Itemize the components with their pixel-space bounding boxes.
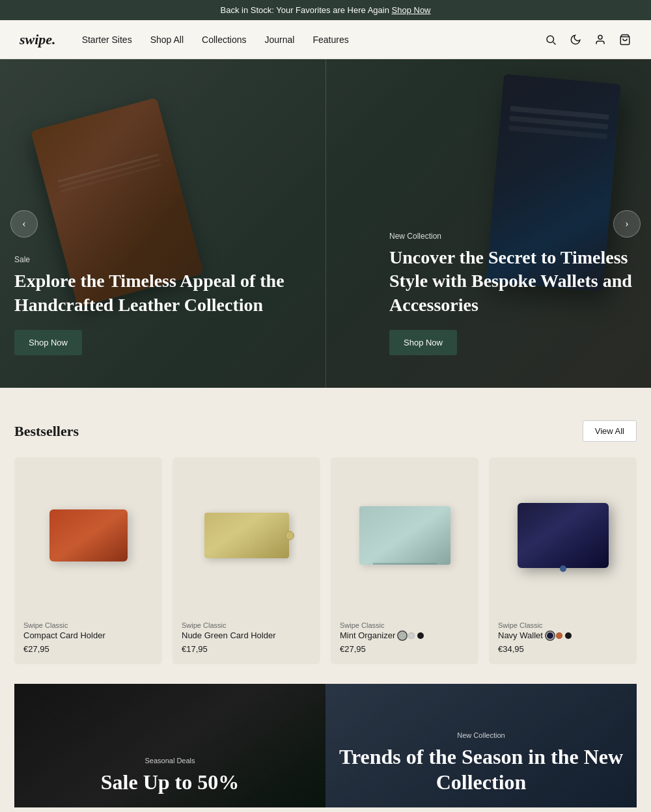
product-name: Nude Green Card Holder [182,630,311,640]
announcement-link[interactable]: Shop Now [392,5,431,15]
product-card[interactable]: Swipe Classic Mint Organizer €27,95 [331,457,478,664]
color-dot[interactable] [408,632,415,639]
promo-content-left: Seasonal Deals Sale Up to 50% [27,757,312,794]
promo-label: New Collection [339,731,624,739]
product-brand: Swipe Classic [182,621,311,629]
announcement-text: Back in Stock: Your Favorites are Here A… [220,5,391,15]
product-grid: Swipe Classic Compact Card Holder €27,95… [14,457,637,664]
cart-icon[interactable] [618,33,631,46]
product-info: Swipe Classic Nude Green Card Holder €17… [173,614,320,664]
product-brand: Swipe Classic [23,621,153,629]
nav-journal[interactable]: Journal [265,34,295,45]
svg-point-0 [547,36,554,43]
color-swatches [547,632,572,639]
product-name: Mint Organizer [340,630,469,640]
hero-left-badge: Sale [14,255,288,264]
product-card[interactable]: Swipe Classic Compact Card Holder €27,95 [14,457,162,664]
carousel-next-button[interactable]: › [613,210,641,237]
product-info: Swipe Classic Navy Wallet €34,95 [489,614,637,664]
search-icon[interactable] [544,33,557,46]
product-info: Swipe Classic Compact Card Holder €27,95 [14,614,162,664]
nav-shop-all[interactable]: Shop All [150,34,184,45]
product-wallet-image [49,509,128,562]
hero-right-panel: New Collection Uncover the Secret to Tim… [389,232,637,355]
color-dot[interactable] [565,632,572,639]
chevron-left-icon: ‹ [22,218,25,230]
account-icon[interactable] [594,33,607,46]
nav-starter-sites[interactable]: Starter Sites [82,34,132,45]
svg-point-2 [598,35,602,39]
bestsellers-header: Bestsellers View All [14,420,637,442]
chevron-right-icon: › [625,218,628,230]
product-image-area [173,457,320,614]
promo-content-right: New Collection Trends of the Season in t… [339,731,624,794]
product-image-area [14,457,162,614]
color-dot[interactable] [417,632,424,639]
promo-title: Sale Up to 50% [27,770,312,794]
hero-left-panel: Sale Explore the Timeless Appeal of the … [14,255,288,355]
promo-label: Seasonal Deals [27,757,312,765]
announcement-bar: Back in Stock: Your Favorites are Here A… [0,0,651,20]
carousel-prev-button[interactable]: ‹ [10,210,38,237]
bestsellers-section: Bestsellers View All Swipe Classic Compa… [0,388,651,812]
bestsellers-title: Bestsellers [14,423,79,440]
dark-mode-icon[interactable] [569,33,582,46]
logo[interactable]: swipe. [20,31,56,48]
hero-right-shop-now-button[interactable]: Shop Now [389,330,457,355]
color-dot[interactable] [556,632,562,639]
product-wallet-image [204,513,289,558]
svg-line-1 [553,42,556,44]
product-wallet-image [359,506,450,565]
color-swatches [399,632,424,639]
product-image-area [331,457,478,614]
product-price: €17,95 [182,644,311,654]
color-dot[interactable] [547,632,553,639]
hero-divider [326,59,326,388]
hero-right-title: Uncover the Secret to Timeless Style wit… [389,246,637,317]
hero-left-shop-now-button[interactable]: Shop Now [14,330,82,355]
hero-right-badge: New Collection [389,232,637,241]
product-wallet-image [518,503,609,568]
header-icons [544,33,631,46]
product-info: Swipe Classic Mint Organizer €27,95 [331,614,478,664]
product-card[interactable]: Swipe Classic Navy Wallet €34,95 [489,457,637,664]
promo-banner-new-collection[interactable]: New Collection Trends of the Season in t… [326,684,637,807]
nav-collections[interactable]: Collections [202,34,246,45]
product-card[interactable]: Swipe Classic Nude Green Card Holder €17… [173,457,320,664]
promo-banner-seasonal[interactable]: Seasonal Deals Sale Up to 50% [14,684,326,807]
product-price: €27,95 [340,644,469,654]
view-all-button[interactable]: View All [583,420,637,442]
promo-title: Trends of the Season in the New Collecti… [339,744,624,794]
product-price: €34,95 [498,644,628,654]
nav-features[interactable]: Features [312,34,348,45]
main-nav: Starter Sites Shop All Collections Journ… [82,34,544,45]
product-brand: Swipe Classic [498,621,628,629]
color-dot[interactable] [399,632,406,639]
product-image-area [489,457,637,614]
product-brand: Swipe Classic [340,621,469,629]
header: swipe. Starter Sites Shop All Collection… [0,20,651,59]
product-price: €27,95 [23,644,153,654]
product-name: Navy Wallet [498,630,628,640]
product-name: Compact Card Holder [23,630,153,640]
promo-banners: Seasonal Deals Sale Up to 50% New Collec… [14,684,637,807]
hero-section: Sale Explore the Timeless Appeal of the … [0,59,651,388]
hero-left-title: Explore the Timeless Appeal of the Handc… [14,269,288,317]
